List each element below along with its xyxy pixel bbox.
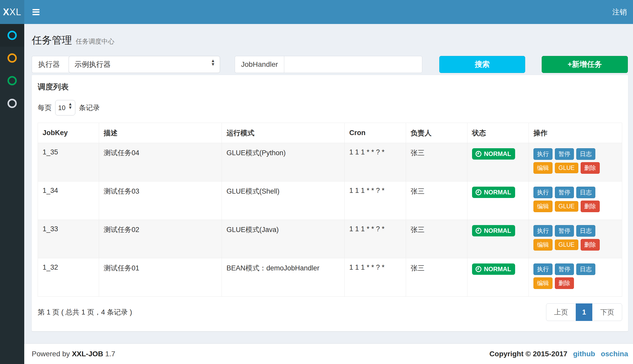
edit-button[interactable]: 编辑 <box>533 277 553 289</box>
log-button[interactable]: 日志 <box>576 148 595 160</box>
powered-by-text: Powered by <box>32 350 70 358</box>
select-spinner-icon: ▲▼ <box>211 61 215 68</box>
add-job-button[interactable]: +新增任务 <box>542 56 628 73</box>
col-desc: 描述 <box>99 123 222 143</box>
cell-status: NORMAL <box>467 220 529 258</box>
jobhandler-input[interactable] <box>284 56 422 73</box>
navbar-spacer <box>39 0 606 24</box>
pause-button[interactable]: 暂停 <box>555 148 574 160</box>
page-1-button[interactable]: 1 <box>576 303 593 321</box>
next-page-button[interactable]: 下页 <box>592 303 622 321</box>
delete-button[interactable]: 删除 <box>555 277 574 289</box>
edit-button[interactable]: 编辑 <box>533 162 553 174</box>
status-badge: NORMAL <box>472 225 515 236</box>
github-link[interactable]: github <box>573 350 595 358</box>
table-row: 1_32 测试任务01 BEAN模式：demoJobHandler 1 1 1 … <box>38 258 622 297</box>
cell-desc: 测试任务03 <box>99 181 222 220</box>
cell-mode: GLUE模式(Python) <box>222 143 345 181</box>
sidebar-item-4[interactable] <box>0 92 24 115</box>
cell-owner: 张三 <box>406 258 467 297</box>
content-area: 任务管理 任务调度中心 执行器 示例执行器 ▲▼ JobHandler <box>24 24 633 343</box>
run-button[interactable]: 执行 <box>533 263 553 275</box>
copyright-text: Copyright © 2015-2017 <box>489 350 567 358</box>
filter-toolbar: 执行器 示例执行器 ▲▼ JobHandler 搜索 +新增任务 <box>32 56 628 73</box>
clock-icon <box>475 227 482 234</box>
page-size-value: 10 <box>58 104 66 112</box>
jobhandler-label: JobHandler <box>235 56 284 73</box>
cell-actions: 执行暂停日志 编辑GLUE删除 <box>529 181 622 220</box>
col-jobkey: JobKey <box>38 123 99 143</box>
cell-desc: 测试任务04 <box>99 143 222 181</box>
logout-link[interactable]: 注销 <box>606 0 633 24</box>
log-button[interactable]: 日志 <box>576 263 595 275</box>
prev-page-button[interactable]: 上页 <box>546 303 576 321</box>
circle-o-icon <box>7 76 17 85</box>
page-subtitle: 任务调度中心 <box>76 38 114 45</box>
pause-button[interactable]: 暂停 <box>555 225 574 237</box>
pause-button[interactable]: 暂停 <box>555 263 574 275</box>
run-button[interactable]: 执行 <box>533 148 553 160</box>
page-title: 任务管理 <box>32 35 72 46</box>
page-header: 任务管理 任务调度中心 <box>32 33 628 47</box>
sidebar-item-2[interactable] <box>0 47 24 69</box>
log-button[interactable]: 日志 <box>576 225 595 237</box>
select-spinner-icon: ▲▼ <box>68 104 72 111</box>
cell-mode: GLUE模式(Java) <box>222 220 345 258</box>
glue-button[interactable]: GLUE <box>555 201 578 212</box>
panel-title: 调度列表 <box>38 82 622 92</box>
pause-button[interactable]: 暂停 <box>555 187 574 198</box>
cell-cron: 1 1 1 * * ? * <box>345 181 406 220</box>
cell-status: NORMAL <box>467 143 529 181</box>
logo-text-light: XL <box>9 7 21 18</box>
cell-owner: 张三 <box>406 220 467 258</box>
delete-button[interactable]: 删除 <box>581 201 600 212</box>
cell-jobkey: 1_34 <box>38 181 99 220</box>
page-size-prefix: 每页 <box>38 103 52 112</box>
pagination-group: 上页 1 下页 <box>546 303 622 321</box>
cell-status: NORMAL <box>467 258 529 297</box>
jobhandler-filter-group: JobHandler <box>235 56 422 73</box>
cell-jobkey: 1_32 <box>38 258 99 297</box>
clock-icon <box>475 151 482 157</box>
edit-button[interactable]: 编辑 <box>533 239 553 251</box>
run-button[interactable]: 执行 <box>533 225 553 237</box>
cell-actions: 执行暂停日志 编辑删除 <box>529 258 622 297</box>
cell-owner: 张三 <box>406 181 467 220</box>
app-logo[interactable]: XXL <box>0 0 24 24</box>
cell-actions: 执行暂停日志 编辑GLUE删除 <box>529 143 622 181</box>
jobs-table: JobKey 描述 运行模式 Cron 负责人 状态 操作 <box>38 123 622 297</box>
circle-o-icon <box>7 31 17 40</box>
col-owner: 负责人 <box>406 123 467 143</box>
circle-o-icon <box>7 99 17 108</box>
status-badge: NORMAL <box>472 263 515 275</box>
glue-button[interactable]: GLUE <box>555 239 578 250</box>
page-footer: Powered by XXL-JOB 1.7 Copyright © 2015-… <box>24 343 633 364</box>
col-mode: 运行模式 <box>222 123 345 143</box>
executor-select[interactable]: 示例执行器 ▲▼ <box>69 56 220 73</box>
executor-filter-group: 执行器 示例执行器 ▲▼ <box>32 56 220 73</box>
delete-button[interactable]: 删除 <box>581 162 600 174</box>
run-button[interactable]: 执行 <box>533 187 553 198</box>
cell-cron: 1 1 1 * * ? * <box>345 258 406 297</box>
sidebar-toggle-button[interactable] <box>33 9 39 15</box>
table-row: 1_33 测试任务02 GLUE模式(Java) 1 1 1 * * ? * 张… <box>38 220 622 258</box>
cell-cron: 1 1 1 * * ? * <box>345 143 406 181</box>
cell-mode: BEAN模式：demoJobHandler <box>222 258 345 297</box>
sidebar-nav <box>0 24 24 364</box>
search-button[interactable]: 搜索 <box>439 56 525 73</box>
delete-button[interactable]: 删除 <box>581 239 600 251</box>
sidebar-item-3[interactable] <box>0 69 24 92</box>
status-badge: NORMAL <box>472 148 515 160</box>
cell-mode: GLUE模式(Shell) <box>222 181 345 220</box>
glue-button[interactable]: GLUE <box>555 163 578 173</box>
cell-status: NORMAL <box>467 181 529 220</box>
cell-jobkey: 1_33 <box>38 220 99 258</box>
col-cron: Cron <box>345 123 406 143</box>
cell-jobkey: 1_35 <box>38 143 99 181</box>
page-size-select[interactable]: 10 ▲▼ <box>55 100 75 115</box>
log-button[interactable]: 日志 <box>576 187 595 198</box>
col-status: 状态 <box>467 123 529 143</box>
oschina-link[interactable]: oschina <box>601 350 628 358</box>
edit-button[interactable]: 编辑 <box>533 201 553 212</box>
sidebar-item-1[interactable] <box>0 24 24 47</box>
